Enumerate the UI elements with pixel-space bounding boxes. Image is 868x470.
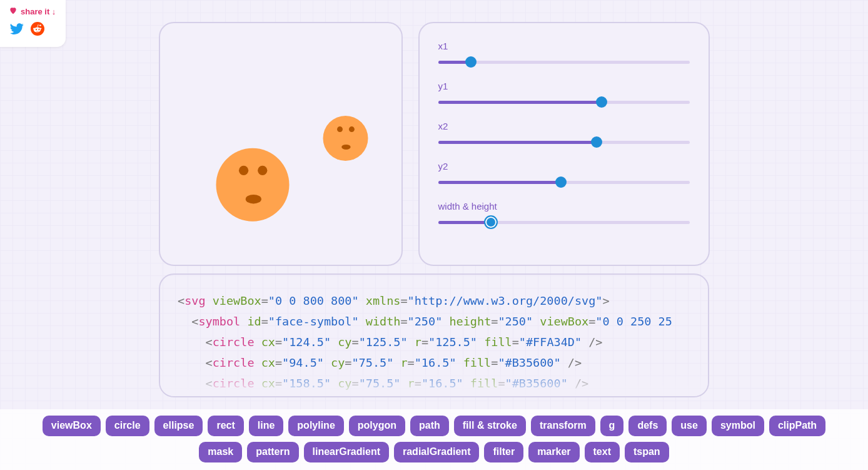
tag-lineargradient[interactable]: linearGradient [304,442,389,462]
tag-rect[interactable]: rect [208,416,243,436]
tag-polyline[interactable]: polyline [288,416,343,436]
code-line: <circle cx="158.5" cy="75.5" r="16.5" fi… [178,374,690,394]
slider-y1: y1 [438,81,690,107]
slider-thumb[interactable] [591,136,602,148]
tag-radialgradient[interactable]: radialGradient [394,442,479,462]
svg-point-1 [216,148,289,222]
code-panel: <svg viewBox="0 0 800 800" xmlns="http:/… [159,273,709,397]
slider-thumb[interactable] [596,96,607,108]
tag-transform[interactable]: transform [531,416,595,436]
tag-fill-stroke[interactable]: fill & stroke [454,416,526,436]
slider-track[interactable] [438,137,690,147]
slider-track[interactable] [438,57,690,67]
twitter-icon[interactable] [9,21,25,39]
svg-point-5 [323,116,368,161]
tag-polygon[interactable]: polygon [349,416,405,436]
slider-x1: x1 [438,41,690,67]
preview-svg [168,31,393,257]
sliders-panel: x1y1x2y2width & height [418,22,710,266]
tag-viewbox[interactable]: viewBox [43,416,101,436]
slider-thumb[interactable] [465,56,477,68]
code-line: <symbol id="face-symbol" width="250" hei… [178,312,690,332]
tag-clippath[interactable]: clipPath [769,416,825,436]
face-small [323,116,368,161]
slider-track[interactable] [438,177,690,187]
slider-x2: x2 [438,121,690,147]
tag-line[interactable]: line [249,416,284,436]
svg-point-2 [238,166,248,175]
tag-marker[interactable]: marker [528,442,579,462]
tag-mask[interactable]: mask [199,442,242,462]
code-line: <svg viewBox="0 0 800 800" xmlns="http:/… [178,291,690,312]
face-big [216,148,289,222]
reddit-icon[interactable] [30,21,45,39]
svg-preview-panel [159,22,403,266]
slider-label: x1 [438,41,690,51]
share-label: share it ↓ [9,6,56,17]
slider-track[interactable] [438,217,690,227]
tag-circle[interactable]: circle [106,416,149,436]
slider-label: y1 [438,81,690,91]
svg-point-3 [258,166,267,175]
slider-y2: y2 [438,161,690,187]
tag-tspan[interactable]: tspan [625,442,669,462]
slider-label: y2 [438,161,690,171]
tag-filter[interactable]: filter [484,442,523,462]
heart-icon [9,6,18,17]
tag-g[interactable]: g [600,416,624,436]
svg-point-7 [348,126,354,132]
tag-ellipse[interactable]: ellipse [154,416,203,436]
tag-defs[interactable]: defs [628,416,667,436]
slider-track[interactable] [438,97,690,107]
tag-symbol[interactable]: symbol [712,416,764,436]
slider-thumb[interactable] [555,176,567,188]
tag-path[interactable]: path [410,416,449,436]
tag-pattern[interactable]: pattern [247,442,298,462]
svg-point-6 [337,126,343,132]
slider-thumb[interactable] [484,215,498,229]
slider-label: x2 [438,121,690,131]
code-line: <circle cx="124.5" cy="125.5" r="125.5" … [178,332,690,353]
code-line: <circle cx="94.5" cy="75.5" r="16.5" fil… [178,353,690,374]
svg-point-8 [341,145,350,150]
tag-text[interactable]: text [585,442,620,462]
tags-bar: viewBoxcircleellipserectlinepolylinepoly… [0,409,868,470]
tag-use[interactable]: use [672,416,707,436]
slider-width-height: width & height [438,201,690,227]
share-widget: share it ↓ [0,0,66,47]
svg-point-4 [245,195,261,203]
slider-label: width & height [438,201,690,212]
